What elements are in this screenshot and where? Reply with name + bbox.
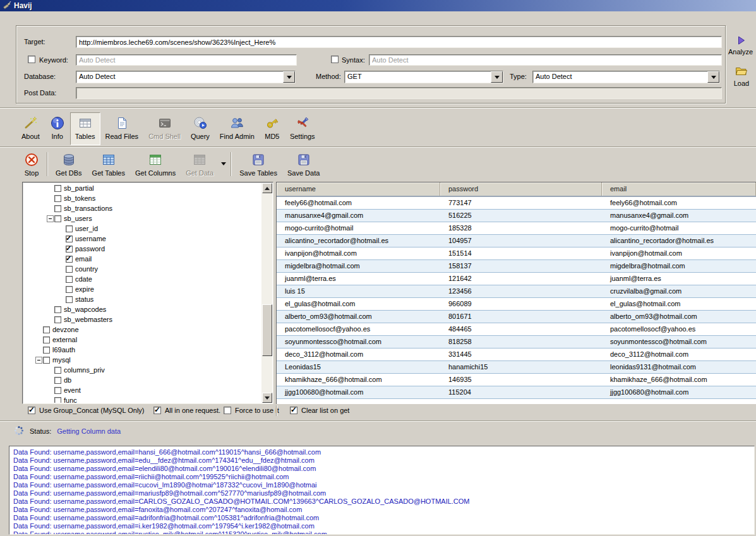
table-row[interactable]: manusanxe4@gmail.com516225manusanxe4@gma… <box>277 210 756 222</box>
tree-checkbox[interactable] <box>66 235 73 242</box>
get-data-dropdown-icon[interactable] <box>219 149 228 179</box>
toolbar-button-get-columns[interactable]: Get Columns <box>130 149 181 179</box>
scroll-down-icon[interactable] <box>262 393 272 403</box>
column-header-email[interactable]: email <box>602 182 756 196</box>
title-bar[interactable]: Havij <box>0 0 756 11</box>
tree-checkbox[interactable] <box>54 185 61 192</box>
database-dropdown-icon[interactable] <box>283 71 295 83</box>
tree-checkbox[interactable] <box>66 246 73 253</box>
table-row[interactable]: feely66@hotmail.com773147feely66@hotmail… <box>277 197 756 210</box>
tree-checkbox[interactable] <box>54 397 61 403</box>
type-select[interactable]: Auto Detect <box>532 71 720 83</box>
table-row[interactable]: khamikhaze_666@hotmail.com146935khamikha… <box>277 374 756 386</box>
toolbar-button-get-dbs[interactable]: Get DBs <box>51 149 87 179</box>
tree-checkbox[interactable] <box>66 256 73 263</box>
option-checkbox[interactable] <box>290 407 297 414</box>
tree-item-event[interactable]: event <box>23 385 261 395</box>
option-clear-list-on-get[interactable]: Clear list on get <box>290 407 349 414</box>
table-row[interactable]: soyunmontessco@hotmail.com818258soyunmon… <box>277 336 756 348</box>
tree-item-mysql[interactable]: mysql <box>23 355 261 365</box>
tree-item-sb-tokens[interactable]: sb_tokens <box>23 193 261 203</box>
tree-item-columns-priv[interactable]: columns_priv <box>23 365 261 375</box>
table-row[interactable]: Leonidas15hanamichi15leonidas9131@hotmai… <box>277 361 756 374</box>
table-row[interactable]: alicantino_recortador@hotmail.es104957al… <box>277 235 756 247</box>
analyze-button[interactable]: Analyze <box>725 35 756 56</box>
tree-item-sb-wapcodes[interactable]: sb_wapcodes <box>23 304 261 314</box>
tree-checkbox[interactable] <box>54 387 61 394</box>
column-header-username[interactable]: username <box>277 182 440 196</box>
tree-checkbox[interactable] <box>54 316 61 323</box>
tree-checkbox[interactable] <box>54 195 61 202</box>
keyword-input[interactable] <box>76 54 297 66</box>
tree-checkbox[interactable] <box>54 205 61 212</box>
tree-item-status[interactable]: status <box>23 294 261 304</box>
tree-item-external[interactable]: external <box>23 335 261 345</box>
table-row[interactable]: ivanpijon@hotmail.com151514ivanpijon@hot… <box>277 247 756 260</box>
tree-checkbox[interactable] <box>43 326 50 333</box>
toolbar-button-read-files[interactable]: Read Files <box>100 112 144 145</box>
option-checkbox[interactable] <box>153 407 161 414</box>
toolbar-button-find-admin[interactable]: Find Admin <box>215 112 260 145</box>
toolbar-button-md5[interactable]: MD5 <box>260 112 285 145</box>
option-all-in-one-request[interactable]: All in one request. <box>153 407 220 414</box>
tree-item-l69auth[interactable]: l69auth <box>23 345 261 355</box>
option-checkbox[interactable] <box>28 407 35 414</box>
tree-checkbox[interactable] <box>66 286 73 293</box>
toolbar-button-get-tables[interactable]: Get Tables <box>87 149 130 179</box>
toolbar-button-about[interactable]: About <box>16 112 45 145</box>
toolbar-button-tables[interactable]: Tables <box>70 112 100 145</box>
load-button[interactable]: Load <box>728 66 755 87</box>
tree-item-func[interactable]: func <box>23 395 261 403</box>
table-row[interactable]: mogo-currito@hotmail185328mogo-currito@h… <box>277 222 756 235</box>
tree-checkbox[interactable] <box>54 367 61 374</box>
tree-checkbox[interactable] <box>66 276 73 283</box>
table-row[interactable]: luis 15123456cruzvilalba@gmail.com <box>277 285 756 298</box>
tree-expander-icon[interactable] <box>35 355 43 365</box>
tree-item-password[interactable]: password <box>23 244 261 254</box>
scroll-thumb[interactable] <box>262 304 272 356</box>
scroll-up-icon[interactable] <box>262 183 272 193</box>
toolbar-button-save-data[interactable]: Save Data <box>282 149 325 179</box>
tree-item-sb-partial[interactable]: sb_partial <box>23 183 261 193</box>
tree-item-sb-transactions[interactable]: sb_transactions <box>23 203 261 213</box>
tree-checkbox[interactable] <box>43 347 50 354</box>
method-select[interactable]: GET <box>344 71 503 83</box>
tree-checkbox[interactable] <box>54 377 61 384</box>
table-row[interactable]: el_gulas@hotmail.com966089el_gulas@hotma… <box>277 298 756 311</box>
tree-item-expire[interactable]: expire <box>23 284 261 294</box>
postdata-input[interactable] <box>76 87 722 99</box>
tree-item-devzone[interactable]: devzone <box>23 325 261 335</box>
keyword-checkbox[interactable] <box>28 56 35 63</box>
toolbar-button-settings[interactable]: Settings <box>285 112 320 145</box>
tree-item-email[interactable]: email <box>23 254 261 264</box>
syntax-checkbox[interactable] <box>331 56 339 63</box>
tree-item-sb-users[interactable]: sb_users <box>23 213 261 223</box>
method-dropdown-icon[interactable] <box>491 71 503 83</box>
table-row[interactable]: deco_3112@hotmail.com331445deco_3112@hot… <box>277 348 756 361</box>
table-row[interactable]: pacotomellosocf@yahoo.es484465pacotomell… <box>277 323 756 336</box>
tree-item-sb-webmasters[interactable]: sb_webmasters <box>23 314 261 325</box>
table-row[interactable]: alberto_om93@hotmail.com801671alberto_om… <box>277 311 756 323</box>
tree-checkbox[interactable] <box>66 296 73 303</box>
table-row[interactable]: juanml@terra.es121642juanml@terra.es <box>277 273 756 285</box>
target-input[interactable] <box>76 36 722 48</box>
option-checkbox[interactable] <box>224 407 231 414</box>
tree-item-cdate[interactable]: cdate <box>23 274 261 284</box>
syntax-input[interactable] <box>369 54 722 66</box>
option-force-to-use-it[interactable]: Force to use it <box>224 407 279 414</box>
tree-item-username[interactable]: username <box>23 234 261 244</box>
tree-checkbox[interactable] <box>66 225 73 232</box>
tree-scrollbar[interactable] <box>261 183 272 403</box>
tree-item-country[interactable]: country <box>23 264 261 274</box>
table-row[interactable]: jjgg100680@hotmail.com115204jjgg100680@h… <box>277 386 756 399</box>
column-header-password[interactable]: password <box>440 182 602 196</box>
toolbar-button-stop[interactable]: Stop <box>19 149 44 179</box>
toolbar-button-save-tables[interactable]: Save Tables <box>234 149 282 179</box>
tree-checkbox[interactable] <box>43 336 50 343</box>
type-dropdown-icon[interactable] <box>707 71 719 83</box>
tree-item-db[interactable]: db <box>23 375 261 385</box>
tree-checkbox[interactable] <box>66 266 73 273</box>
toolbar-button-info[interactable]: Info <box>45 112 70 145</box>
tree-expander-icon[interactable] <box>46 213 54 223</box>
toolbar-button-query[interactable]: Query <box>186 112 215 145</box>
